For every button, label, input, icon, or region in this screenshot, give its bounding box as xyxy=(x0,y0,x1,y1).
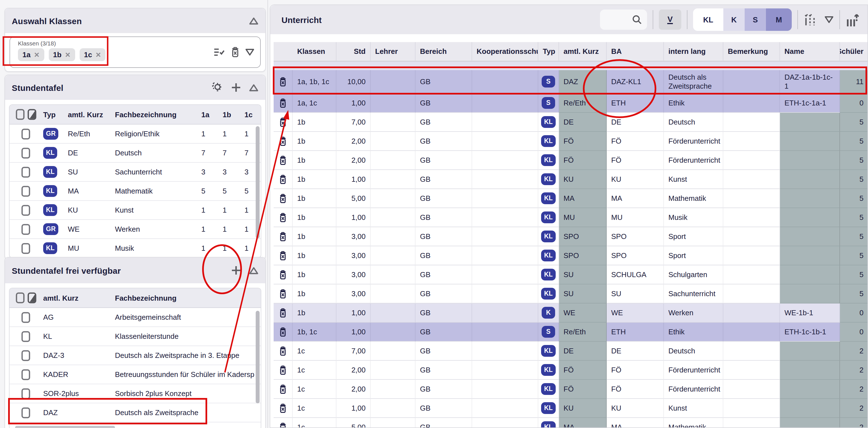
select-all-icon[interactable] xyxy=(213,48,225,57)
delete-row-icon[interactable] xyxy=(274,265,293,284)
delete-row-icon[interactable] xyxy=(274,418,293,428)
col-header-fachbezeichnung[interactable]: Fachbezeichnung xyxy=(114,105,196,124)
legend-segment-k[interactable]: K xyxy=(723,8,745,31)
unterricht-row[interactable]: 1b3,00GBKLSUSCHULGASchulgarten5 xyxy=(274,265,868,284)
legend-segment-kl[interactable]: KL xyxy=(693,8,723,31)
col-header-amtl-kurz[interactable]: amtl. Kurz xyxy=(42,288,114,307)
col-header-intern-lang[interactable]: intern lang xyxy=(664,42,723,61)
table-row[interactable]: DAZ-3Deutsch als Zweitsprache in 3. Etap… xyxy=(9,346,261,365)
unterricht-row[interactable]: 1a, 1c1,00GBSRe/EthETHEthikETH-1c-1a-10 xyxy=(274,94,868,113)
row-checkbox[interactable] xyxy=(9,403,42,422)
delete-row-icon[interactable] xyxy=(274,342,293,361)
unterricht-row[interactable]: 1b5,00GBKLMAMAMathematik5 xyxy=(274,189,868,208)
col-header-std[interactable]: Std xyxy=(336,42,371,61)
delete-row-icon[interactable] xyxy=(274,189,293,208)
col-header-1b[interactable]: 1b xyxy=(217,105,239,124)
collapse-icon[interactable] xyxy=(249,266,258,275)
delete-row-icon[interactable] xyxy=(274,227,293,246)
delete-row-icon[interactable] xyxy=(274,208,293,227)
delete-row-icon[interactable] xyxy=(274,303,293,323)
unterricht-row[interactable]: 1b, 1c1,00GBSRe/EthETHEthikETH-1c-1b-10 xyxy=(274,323,868,342)
unterricht-row[interactable]: 1b1,00GBKLMUMUMusik5 xyxy=(274,208,868,227)
table-row[interactable]: KLSUSachunterricht333 xyxy=(9,163,261,182)
col-header-typ[interactable]: Typ xyxy=(42,105,67,124)
collapse-icon[interactable] xyxy=(249,83,258,92)
unterricht-row[interactable]: 1c1,00GBKLKUKUKunst2 xyxy=(274,399,868,418)
delete-row-icon[interactable] xyxy=(274,380,293,399)
delete-row-icon[interactable] xyxy=(274,361,293,380)
col-header-typ[interactable]: Typ xyxy=(538,42,559,61)
row-checkbox[interactable] xyxy=(9,201,42,219)
table-row[interactable]: DAZDeutsch als Zweitsprache xyxy=(9,403,261,422)
unterricht-row[interactable]: 1b2,00GBKLFÖFÖFörderunterricht5 xyxy=(274,151,868,170)
unterricht-row[interactable]: 1b3,00GBKLSPOSPOSport5 xyxy=(274,227,868,246)
col-header-amtl-kurz[interactable]: amtl. Kurz xyxy=(559,42,607,61)
klassen-multiselect-field[interactable]: Klassen (3/18) 1a✕1b✕1c✕ xyxy=(9,36,261,68)
col-header-fachbezeichnung[interactable]: Fachbezeichnung xyxy=(114,288,261,307)
delete-row-icon[interactable] xyxy=(274,170,293,189)
table-row[interactable]: KADERBetreuungsstunden für Schüler im Ka… xyxy=(9,365,261,384)
delete-row-icon[interactable] xyxy=(274,70,293,94)
row-checkbox[interactable] xyxy=(9,384,42,403)
row-checkbox[interactable] xyxy=(9,182,42,200)
col-header-1a[interactable]: 1a xyxy=(196,105,217,124)
chip-remove-icon[interactable]: ✕ xyxy=(95,51,101,59)
unterricht-row[interactable]: 1c2,00GBKLFÖFÖFörderunterricht2 xyxy=(274,380,868,399)
table-row[interactable]: KLMUMusik111 xyxy=(9,239,261,257)
unterricht-row[interactable]: 1b3,00GBKLSUSUSachunterricht5 xyxy=(274,284,868,303)
col-header-bemerkung[interactable]: Bemerkung xyxy=(723,42,780,61)
add-icon[interactable] xyxy=(231,265,241,275)
row-checkbox[interactable] xyxy=(9,144,42,162)
search-input[interactable] xyxy=(600,9,647,30)
col-header-name[interactable]: Name xyxy=(780,42,840,61)
col-header-amtl-kurz[interactable]: amtl. Kurz xyxy=(67,105,114,124)
table-row[interactable]: AGArbeitsgemeinschaft xyxy=(9,308,261,327)
unterricht-row[interactable]: 1b1,00GBKWEWEWerkenWE-1b-10 xyxy=(274,303,868,323)
table-row[interactable]: KLKlassenleiterstunde xyxy=(9,327,261,346)
unterricht-row[interactable]: 1c2,00GBKLFÖFÖFörderunterricht2 xyxy=(274,361,868,380)
row-checkbox[interactable] xyxy=(9,365,42,384)
header-select-icons[interactable] xyxy=(9,105,42,124)
delete-row-icon[interactable] xyxy=(274,151,293,170)
legend-segment-s[interactable]: S xyxy=(745,8,766,31)
row-checkbox[interactable] xyxy=(9,346,42,365)
row-checkbox[interactable] xyxy=(9,327,42,345)
col-header-bereich[interactable]: Bereich xyxy=(415,42,472,61)
unterricht-row[interactable]: 1b1,00GBKLKUKUKunst5 xyxy=(274,170,868,189)
col-header-delete[interactable] xyxy=(274,42,293,61)
chip-remove-icon[interactable]: ✕ xyxy=(65,51,70,59)
add-icon[interactable] xyxy=(231,83,241,93)
col-header-ba[interactable]: BA xyxy=(607,42,664,61)
delete-row-icon[interactable] xyxy=(274,94,293,113)
vertical-scrollbar[interactable] xyxy=(256,126,259,238)
table-row[interactable]: KLKUKunst111 xyxy=(9,201,261,220)
table-row[interactable]: GRWEWerken111 xyxy=(9,220,261,239)
delete-row-icon[interactable] xyxy=(274,113,293,132)
col-header-1c[interactable]: 1c xyxy=(239,105,261,124)
v-filter-button[interactable]: V xyxy=(659,9,681,30)
header-select-icons[interactable] xyxy=(9,288,42,307)
collapse-icon[interactable] xyxy=(249,17,258,25)
vertical-scrollbar[interactable] xyxy=(256,311,259,403)
table-row[interactable]: GRRe/EthReligion/Ethik111 xyxy=(9,125,261,144)
row-checkbox[interactable] xyxy=(9,220,42,238)
dropdown-icon[interactable] xyxy=(245,48,254,56)
row-checkbox[interactable] xyxy=(9,163,42,181)
unterricht-row[interactable]: 1c5,00GBKLMAMAMathematik2 xyxy=(274,418,868,428)
delete-row-icon[interactable] xyxy=(274,132,293,151)
clear-selection-trash-icon[interactable] xyxy=(230,47,240,58)
suggestion-bulb-icon[interactable] xyxy=(210,81,223,94)
column-visibility-icon[interactable] xyxy=(804,13,819,26)
col-header-klassen[interactable]: Klassen xyxy=(293,42,336,61)
klassen-chip[interactable]: 1b✕ xyxy=(49,48,75,61)
delete-row-icon[interactable] xyxy=(274,284,293,303)
delete-row-icon[interactable] xyxy=(274,399,293,418)
row-checkbox[interactable] xyxy=(9,308,42,327)
delete-row-icon[interactable] xyxy=(274,246,293,265)
dropdown-icon[interactable] xyxy=(824,16,834,24)
row-checkbox[interactable] xyxy=(9,125,42,143)
row-checkbox[interactable] xyxy=(9,239,42,257)
unterricht-row[interactable]: 1b3,00GBKLSPOSPOSport5 xyxy=(274,246,868,265)
unterricht-row[interactable]: 1a1,00GBKWEWEWerkenWE-1a-20 xyxy=(274,62,868,70)
table-row[interactable]: KLMAMathematik555 xyxy=(9,182,261,201)
